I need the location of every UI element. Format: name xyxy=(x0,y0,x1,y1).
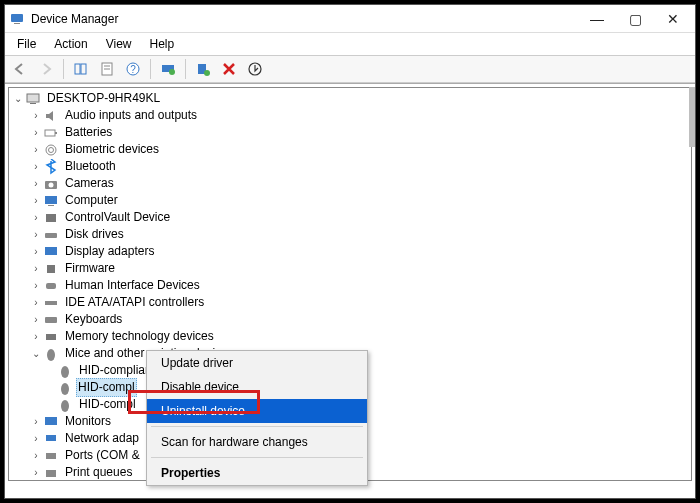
svg-rect-16 xyxy=(45,130,55,136)
minimize-button[interactable]: — xyxy=(587,11,607,27)
svg-rect-2 xyxy=(75,64,80,74)
category-label: Bluetooth xyxy=(63,158,118,175)
svg-point-12 xyxy=(204,70,210,76)
toolbar-separator xyxy=(63,59,64,79)
category-label: Monitors xyxy=(63,413,113,430)
svg-rect-1 xyxy=(14,23,20,24)
tree-root-label: DESKTOP-9HR49KL xyxy=(45,90,162,107)
svg-rect-30 xyxy=(45,317,57,323)
scrollbar[interactable] xyxy=(689,87,695,147)
expand-icon[interactable]: › xyxy=(29,158,43,175)
menu-view[interactable]: View xyxy=(98,35,140,53)
category-label: Cameras xyxy=(63,175,116,192)
chip-icon xyxy=(43,261,59,277)
expand-icon[interactable]: › xyxy=(29,277,43,294)
help-button[interactable]: ? xyxy=(122,58,144,80)
expand-icon[interactable]: › xyxy=(29,413,43,430)
uninstall-button[interactable] xyxy=(218,58,240,80)
svg-rect-25 xyxy=(45,233,57,238)
tree-category-audio[interactable]: ›Audio inputs and outputs xyxy=(11,107,691,124)
toolbar-separator xyxy=(185,59,186,79)
category-label: Disk drives xyxy=(63,226,126,243)
menu-help[interactable]: Help xyxy=(142,35,183,53)
menu-file[interactable]: File xyxy=(9,35,44,53)
toolbar-separator xyxy=(150,59,151,79)
ctx-disable-device[interactable]: Disable device xyxy=(147,375,367,399)
toolbar: ? xyxy=(5,55,695,83)
port-icon xyxy=(43,448,59,464)
ctx-scan-hardware[interactable]: Scan for hardware changes xyxy=(147,430,367,454)
mouse-icon xyxy=(57,380,73,396)
expand-icon[interactable]: › xyxy=(29,124,43,141)
tree-category-keyboards[interactable]: ›Keyboards xyxy=(11,311,691,328)
tree-category-bluetooth[interactable]: ›Bluetooth xyxy=(11,158,691,175)
printer-icon xyxy=(43,465,59,481)
display-adapter-icon xyxy=(43,244,59,260)
tree-category-display[interactable]: ›Display adapters xyxy=(11,243,691,260)
expand-icon[interactable]: › xyxy=(29,294,43,311)
mouse-icon xyxy=(43,346,59,362)
svg-rect-0 xyxy=(11,14,23,22)
expand-icon[interactable]: › xyxy=(29,311,43,328)
update-driver-button[interactable] xyxy=(157,58,179,80)
tree-root[interactable]: ⌄ DESKTOP-9HR49KL xyxy=(11,90,691,107)
expand-icon[interactable]: › xyxy=(29,260,43,277)
tree-category-disk[interactable]: ›Disk drives xyxy=(11,226,691,243)
ctx-separator xyxy=(151,457,363,458)
category-label: IDE ATA/ATAPI controllers xyxy=(63,294,206,311)
svg-rect-22 xyxy=(45,196,57,204)
tree-category-biometric[interactable]: ›Biometric devices xyxy=(11,141,691,158)
svg-point-10 xyxy=(169,69,175,75)
maximize-button[interactable]: ▢ xyxy=(625,11,645,27)
ctx-properties[interactable]: Properties xyxy=(147,461,367,485)
expand-icon[interactable]: › xyxy=(29,175,43,192)
expand-icon[interactable]: › xyxy=(29,107,43,124)
svg-rect-17 xyxy=(55,132,57,134)
memory-icon xyxy=(43,329,59,345)
category-label: Audio inputs and outputs xyxy=(63,107,199,124)
scan-hardware-button[interactable] xyxy=(192,58,214,80)
close-button[interactable]: ✕ xyxy=(663,11,683,27)
show-hide-tree-button[interactable] xyxy=(70,58,92,80)
ctx-uninstall-device[interactable]: Uninstall device xyxy=(147,399,367,423)
category-label: Human Interface Devices xyxy=(63,277,202,294)
expand-icon[interactable]: › xyxy=(29,141,43,158)
properties-button[interactable] xyxy=(96,58,118,80)
svg-text:?: ? xyxy=(130,64,136,75)
monitor-icon xyxy=(43,414,59,430)
tree-category-ide[interactable]: ›IDE ATA/ATAPI controllers xyxy=(11,294,691,311)
monitor-icon xyxy=(43,193,59,209)
tree-category-controlvault[interactable]: ›ControlVault Device xyxy=(11,209,691,226)
back-button[interactable] xyxy=(9,58,31,80)
category-label: Keyboards xyxy=(63,311,124,328)
tree-category-firmware[interactable]: ›Firmware xyxy=(11,260,691,277)
expand-icon[interactable]: › xyxy=(29,328,43,345)
category-label: Ports (COM & xyxy=(63,447,142,464)
ctx-update-driver[interactable]: Update driver xyxy=(147,351,367,375)
menu-action[interactable]: Action xyxy=(46,35,95,53)
expand-icon[interactable]: › xyxy=(29,447,43,464)
bluetooth-icon xyxy=(43,159,59,175)
expand-icon[interactable]: › xyxy=(29,243,43,260)
security-chip-icon xyxy=(43,210,59,226)
collapse-icon[interactable]: ⌄ xyxy=(29,345,43,362)
expand-icon[interactable]: › xyxy=(29,464,43,481)
category-label: Firmware xyxy=(63,260,117,277)
tree-category-memory[interactable]: ›Memory technology devices xyxy=(11,328,691,345)
expand-icon[interactable]: › xyxy=(29,430,43,447)
expand-icon[interactable]: › xyxy=(29,192,43,209)
enable-disable-button[interactable] xyxy=(244,58,266,80)
tree-category-hid[interactable]: ›Human Interface Devices xyxy=(11,277,691,294)
device-label: HID-compl xyxy=(77,396,138,413)
hid-icon xyxy=(43,278,59,294)
mouse-icon xyxy=(57,363,73,379)
forward-button[interactable] xyxy=(35,58,57,80)
tree-category-cameras[interactable]: ›Cameras xyxy=(11,175,691,192)
tree-category-computer[interactable]: ›Computer xyxy=(11,192,691,209)
expand-icon[interactable]: › xyxy=(29,226,43,243)
expand-icon[interactable]: › xyxy=(29,209,43,226)
collapse-icon[interactable]: ⌄ xyxy=(11,90,25,107)
tree-category-batteries[interactable]: ›Batteries xyxy=(11,124,691,141)
device-label: HID-compl xyxy=(76,378,137,397)
svg-rect-14 xyxy=(27,94,39,102)
